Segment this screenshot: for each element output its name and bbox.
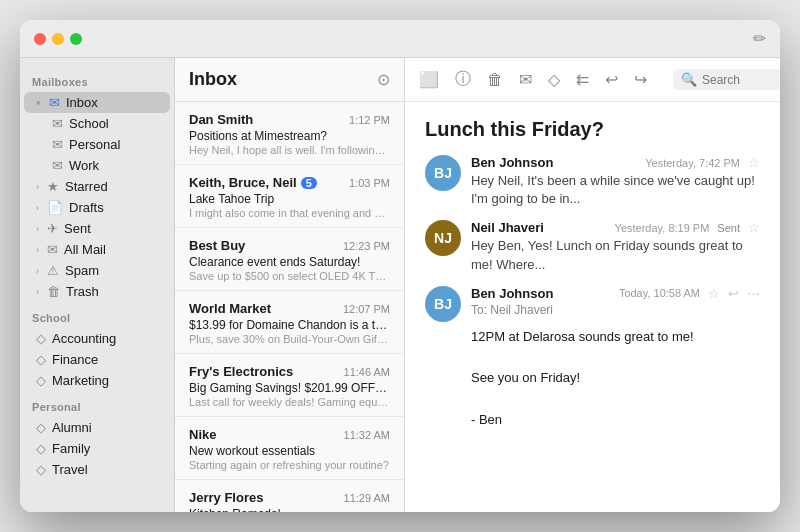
sent-icon: ✈ xyxy=(47,221,58,236)
search-box[interactable]: 🔍 xyxy=(673,69,780,90)
trash-label: Trash xyxy=(66,284,99,299)
message-thread: BJ Ben Johnson Yesterday, 7:42 PM ☆ Hey … xyxy=(425,155,760,431)
sidebar-item-travel[interactable]: ◇ Travel xyxy=(24,459,170,480)
message-row-3: BJ Ben Johnson Today, 10:58 AM ☆ ↩ ⋯ xyxy=(425,286,760,431)
reply-icon[interactable]: ↩ xyxy=(603,68,620,91)
marketing-label: Marketing xyxy=(52,373,109,388)
sort-icon[interactable]: ⊙ xyxy=(377,70,390,89)
sidebar-item-alumni[interactable]: ◇ Alumni xyxy=(24,417,170,438)
email-item-world-market[interactable]: World Market 12:07 PM $13.99 for Domaine… xyxy=(175,291,404,354)
body-line-1: 12PM at Delarosa sounds great to me! xyxy=(471,327,760,348)
email-item-best-buy[interactable]: Best Buy 12:23 PM Clearance event ends S… xyxy=(175,228,404,291)
star-icon-2[interactable]: ☆ xyxy=(748,220,760,235)
email-subject: $13.99 for Domaine Chandon is a toas... xyxy=(189,318,390,332)
close-button[interactable] xyxy=(34,33,46,45)
mail-icon[interactable]: ✉ xyxy=(517,68,534,91)
message-content-2: Neil Jhaveri Yesterday, 8:19 PM Sent ☆ H… xyxy=(471,220,760,273)
email-time: 11:46 AM xyxy=(344,366,390,378)
message-content-1: Ben Johnson Yesterday, 7:42 PM ☆ Hey Nei… xyxy=(471,155,760,208)
email-sender: World Market xyxy=(189,301,337,316)
sidebar-item-finance[interactable]: ◇ Finance xyxy=(24,349,170,370)
sidebar-item-spam[interactable]: › ⚠ Spam xyxy=(24,260,170,281)
message-sender-2: Neil Jhaveri xyxy=(471,220,544,235)
message-actions-2: Yesterday, 8:19 PM Sent ☆ xyxy=(615,220,760,235)
sidebar-item-marketing[interactable]: ◇ Marketing xyxy=(24,370,170,391)
email-item-jerry[interactable]: Jerry Flores 11:29 AM Kitchen Remodel Ne… xyxy=(175,480,404,512)
sidebar-item-sent[interactable]: › ✈ Sent xyxy=(24,218,170,239)
maximize-button[interactable] xyxy=(70,33,82,45)
sidebar-item-school-child[interactable]: ✉ School xyxy=(24,113,170,134)
email-item-keith[interactable]: Keith, Bruce, Neil5 1:03 PM Lake Tahoe T… xyxy=(175,165,404,228)
alumni-label: Alumni xyxy=(52,420,92,435)
forward-icon[interactable]: ↪ xyxy=(632,68,649,91)
message-content-3: Ben Johnson Today, 10:58 AM ☆ ↩ ⋯ To: Ne… xyxy=(471,286,760,431)
trash-icon[interactable]: 🗑 xyxy=(485,69,505,91)
archive-icon[interactable]: ⬜ xyxy=(417,68,441,91)
email-list-title: Inbox xyxy=(189,69,377,90)
allmail-icon: ✉ xyxy=(47,242,58,257)
star-icon-3[interactable]: ☆ xyxy=(708,286,720,301)
school-section-label: School xyxy=(20,302,174,328)
sidebar-item-all-mail[interactable]: › ✉ All Mail xyxy=(24,239,170,260)
avatar-ben-3: BJ xyxy=(425,286,461,322)
message-to-3: To: Neil Jhaveri xyxy=(471,303,760,317)
email-preview: Hey Neil, I hope all is well. I'm follow… xyxy=(189,144,390,156)
traffic-lights xyxy=(34,33,82,45)
email-subject: Kitchen Remodel xyxy=(189,507,390,512)
star-icon-1[interactable]: ☆ xyxy=(748,155,760,170)
email-item-nike[interactable]: Nike 11:32 AM New workout essentials Sta… xyxy=(175,417,404,480)
tag-icon[interactable]: ◇ xyxy=(546,68,562,91)
drafts-chevron: › xyxy=(36,203,39,213)
message-meta-2: Neil Jhaveri Yesterday, 8:19 PM Sent ☆ xyxy=(471,220,760,235)
family-icon: ◇ xyxy=(36,441,46,456)
detail-panel: ⬜ ⓘ 🗑 ✉ ◇ ⇇ ↩ ↪ 🔍 Lunch this Friday? xyxy=(405,58,780,512)
email-sender: Keith, Bruce, Neil5 xyxy=(189,175,343,190)
work-mail-icon: ✉ xyxy=(52,158,63,173)
email-sender: Jerry Flores xyxy=(189,490,338,505)
search-input[interactable] xyxy=(702,73,780,87)
email-list-header: Inbox ⊙ xyxy=(175,58,404,102)
trash-icon: 🗑 xyxy=(47,284,60,299)
message-row-1: BJ Ben Johnson Yesterday, 7:42 PM ☆ Hey … xyxy=(425,155,760,208)
spam-chevron: › xyxy=(36,266,39,276)
allmail-label: All Mail xyxy=(64,242,106,257)
mailboxes-label: Mailboxes xyxy=(20,66,174,92)
message-actions-1: Yesterday, 7:42 PM ☆ xyxy=(645,155,760,170)
compose-icon[interactable]: ✏ xyxy=(753,29,766,48)
sidebar-item-drafts[interactable]: › 📄 Drafts xyxy=(24,197,170,218)
sidebar-item-inbox[interactable]: ▾ ✉ Inbox xyxy=(24,92,170,113)
sidebar-item-trash[interactable]: › 🗑 Trash xyxy=(24,281,170,302)
sent-badge: Sent xyxy=(717,222,740,234)
email-list: Inbox ⊙ Dan Smith 1:12 PM Positions at M… xyxy=(175,58,405,512)
personal-section-label: Personal xyxy=(20,391,174,417)
inbox-label: Inbox xyxy=(66,95,98,110)
travel-icon: ◇ xyxy=(36,462,46,477)
info-icon[interactable]: ⓘ xyxy=(453,67,473,92)
email-subject: Big Gaming Savings! $201.99 OFF NVI... xyxy=(189,381,390,395)
message-row-2: NJ Neil Jhaveri Yesterday, 8:19 PM Sent … xyxy=(425,220,760,273)
email-item-frys[interactable]: Fry's Electronics 11:46 AM Big Gaming Sa… xyxy=(175,354,404,417)
sidebar-item-work-child[interactable]: ✉ Work xyxy=(24,155,170,176)
reply-inline-icon[interactable]: ↩ xyxy=(728,286,739,301)
message-meta-3: Ben Johnson Today, 10:58 AM ☆ ↩ ⋯ xyxy=(471,286,760,301)
email-item-dan-smith[interactable]: Dan Smith 1:12 PM Positions at Mimestrea… xyxy=(175,102,404,165)
personal-mail-icon: ✉ xyxy=(52,137,63,152)
email-time: 11:32 AM xyxy=(344,429,390,441)
email-sender: Dan Smith xyxy=(189,112,343,127)
email-sender: Fry's Electronics xyxy=(189,364,338,379)
minimize-button[interactable] xyxy=(52,33,64,45)
email-preview: Last call for weekly deals! Gaming equip… xyxy=(189,396,390,408)
sidebar-item-personal-child[interactable]: ✉ Personal xyxy=(24,134,170,155)
sidebar-item-accounting[interactable]: ◇ Accounting xyxy=(24,328,170,349)
body-line-2: See you on Friday! xyxy=(471,368,760,389)
reply-all-left-icon[interactable]: ⇇ xyxy=(574,68,591,91)
sidebar-item-starred[interactable]: › ★ Starred xyxy=(24,176,170,197)
email-preview: Starting again or refreshing your routin… xyxy=(189,459,390,471)
search-icon: 🔍 xyxy=(681,72,697,87)
sidebar-item-family[interactable]: ◇ Family xyxy=(24,438,170,459)
email-time: 12:07 PM xyxy=(343,303,390,315)
more-icon[interactable]: ⋯ xyxy=(747,286,760,301)
message-sender-3: Ben Johnson xyxy=(471,286,553,301)
detail-subject: Lunch this Friday? xyxy=(425,118,760,141)
message-actions-3: Today, 10:58 AM ☆ ↩ ⋯ xyxy=(619,286,760,301)
